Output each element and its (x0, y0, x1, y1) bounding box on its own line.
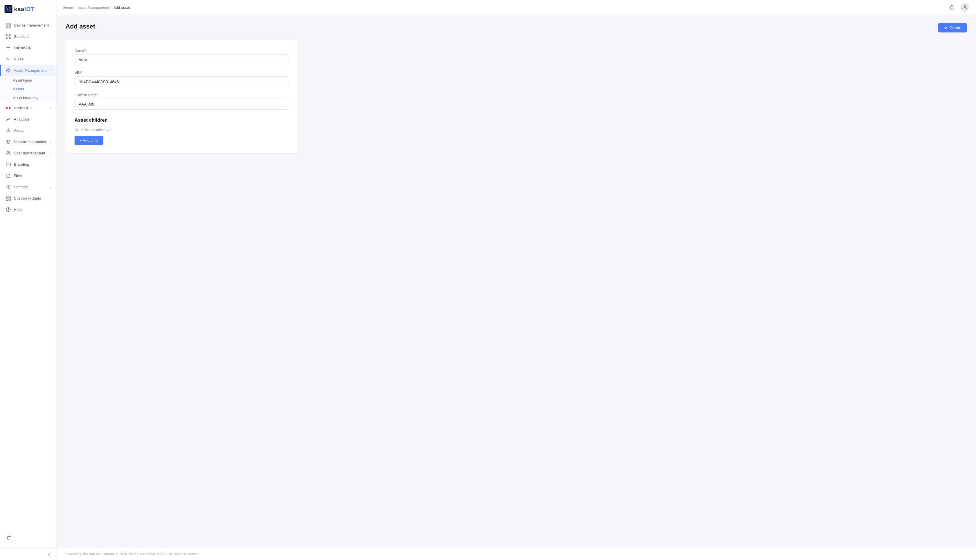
create-button[interactable]: Create (938, 23, 967, 32)
svg-point-19 (8, 131, 8, 132)
sidebar-item-solutions[interactable]: Solutions (0, 31, 56, 42)
sidebar-nav: Device management ⌄ Solutions LoRaWAN Ru… (0, 17, 56, 548)
sidebar-label: Rules (14, 57, 24, 61)
logo-icon (5, 5, 12, 13)
sidebar-item-custom-widgets[interactable]: Custom widgets (0, 192, 56, 204)
svg-point-33 (964, 6, 966, 8)
name-input[interactable] (75, 54, 288, 65)
sidebar-item-settings[interactable]: Settings ⌄ (0, 181, 56, 192)
svg-rect-28 (9, 196, 10, 198)
svg-rect-2 (9, 9, 11, 10)
sidebar-item-device-management[interactable]: Device management ⌄ (0, 20, 56, 31)
svg-rect-16 (9, 107, 10, 109)
data-transformation-icon (5, 139, 11, 145)
help-icon (5, 207, 11, 212)
svg-rect-5 (9, 23, 10, 25)
name-label: Name* (75, 48, 288, 52)
chat-button[interactable] (5, 533, 14, 543)
sidebar-item-help[interactable]: Help (0, 204, 56, 215)
sidebar-label: Settings (14, 185, 28, 189)
asset-management-subnav: Asset types Assets Asset hierarchy (0, 76, 56, 102)
sidebar-label: Analytics (14, 117, 29, 122)
sidebar-item-data-transformation[interactable]: Data transformation ⌄ (0, 136, 56, 147)
svg-point-22 (9, 152, 10, 153)
breadcrumb: Home / Asset Management / Add asset (63, 5, 130, 10)
svg-rect-1 (9, 7, 11, 8)
svg-point-13 (8, 47, 9, 48)
custom-widgets-icon (5, 195, 11, 201)
svg-point-10 (6, 38, 7, 39)
sidebar-item-files[interactable]: Files (0, 170, 56, 181)
sidebar-item-asset-management[interactable]: Asset Management ⌃ (0, 65, 56, 76)
svg-point-20 (7, 140, 10, 143)
add-child-button[interactable]: + Add child (75, 136, 103, 145)
branding-icon (5, 162, 11, 167)
sidebar-item-user-management[interactable]: User management ⌄ (0, 147, 56, 158)
sidebar: kaaIOT Device management ⌄ Solutions LoR… (0, 0, 57, 560)
chevron-down-icon: ⌄ (49, 185, 52, 189)
sidebar-item-lorawan[interactable]: LoRaWAN (0, 42, 56, 53)
notification-bell-button[interactable] (947, 3, 956, 12)
breadcrumb-sep1: / (75, 5, 76, 10)
user-management-icon (5, 150, 11, 156)
sidebar-item-node-red[interactable]: Node-RED ⌄ (0, 102, 56, 113)
sidebar-label: Custom widgets (14, 196, 41, 200)
vin-field-group: VIN* (75, 70, 288, 87)
sidebar-item-analytics[interactable]: Analytics (0, 113, 56, 125)
svg-point-14 (7, 68, 10, 72)
license-plate-field-group: License Plate* (75, 93, 288, 110)
svg-rect-30 (9, 199, 10, 200)
vin-label: VIN* (75, 70, 288, 75)
sidebar-item-branding[interactable]: Branding (0, 158, 56, 170)
svg-point-9 (9, 35, 10, 35)
chevron-down-icon: ⌄ (49, 129, 52, 132)
logo-area: kaaIOT (0, 0, 56, 17)
solutions-icon (5, 33, 11, 39)
svg-rect-6 (6, 26, 8, 27)
footer-text: Powered by the Kaa IoT platform, © 2024 … (64, 552, 199, 556)
asset-children-section: Asset children No children added yet + A… (75, 117, 288, 145)
vin-input[interactable] (75, 77, 288, 87)
files-icon (5, 173, 11, 178)
asset-management-icon (5, 67, 11, 73)
svg-rect-15 (6, 107, 8, 109)
subnav-item-assets[interactable]: Assets (0, 85, 56, 93)
chevron-down-icon: ⌄ (49, 151, 52, 155)
no-children-text: No children added yet (75, 128, 288, 132)
sidebar-item-alerts[interactable]: Alerts ⌄ (0, 125, 56, 136)
sidebar-label: User management (14, 151, 45, 155)
svg-rect-4 (6, 23, 8, 25)
footer: Powered by the Kaa IoT platform, © 2024 … (57, 548, 976, 560)
lorawan-icon (5, 45, 11, 50)
sidebar-label: Device management (14, 23, 49, 27)
add-asset-form: Name* VIN* License Plate* Asset ch (65, 40, 297, 153)
license-plate-label: License Plate* (75, 93, 288, 97)
rules-icon (5, 56, 11, 62)
user-avatar-button[interactable] (960, 3, 969, 12)
chevron-down-icon: ⌄ (49, 106, 52, 110)
main-content: Home / Asset Management / Add asset Add … (57, 0, 976, 560)
page-header: Add asset Create (65, 23, 967, 32)
name-field-group: Name* (75, 48, 288, 65)
collapse-sidebar-button[interactable] (5, 552, 52, 557)
breadcrumb-section[interactable]: Asset Management (77, 5, 109, 10)
svg-point-11 (9, 38, 10, 39)
subnav-item-asset-types[interactable]: Asset types (0, 76, 56, 85)
sidebar-label: Asset Management (14, 68, 47, 73)
svg-point-26 (8, 186, 9, 188)
sidebar-item-rules[interactable]: Rules (0, 53, 56, 65)
sidebar-label: Alerts (14, 128, 24, 133)
topbar: Home / Asset Management / Add asset (57, 0, 976, 15)
device-management-icon (5, 22, 11, 28)
node-red-icon (5, 105, 11, 111)
page-title: Add asset (65, 23, 95, 30)
topbar-actions (947, 3, 969, 12)
breadcrumb-home[interactable]: Home (63, 5, 73, 10)
license-plate-input[interactable] (75, 99, 288, 110)
page-content: Add asset Create Name* VIN* (57, 15, 976, 548)
svg-rect-29 (6, 199, 8, 200)
svg-point-21 (7, 151, 8, 153)
subnav-item-asset-hierarchy[interactable]: Asset hierarchy (0, 93, 56, 102)
analytics-icon (5, 116, 11, 122)
logo-text: kaaIOT (14, 6, 35, 12)
